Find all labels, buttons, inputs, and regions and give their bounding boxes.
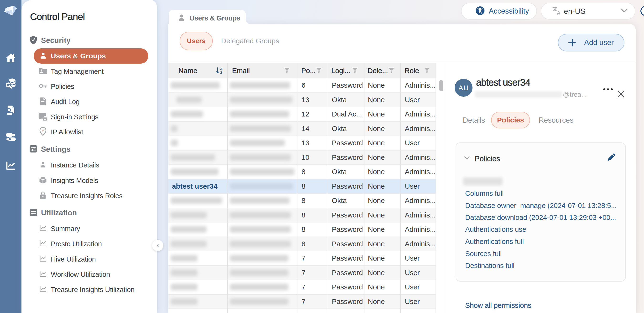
- svg-text:A: A: [220, 67, 223, 71]
- svg-text:IP: IP: [42, 129, 44, 132]
- svg-text:Z: Z: [220, 71, 222, 75]
